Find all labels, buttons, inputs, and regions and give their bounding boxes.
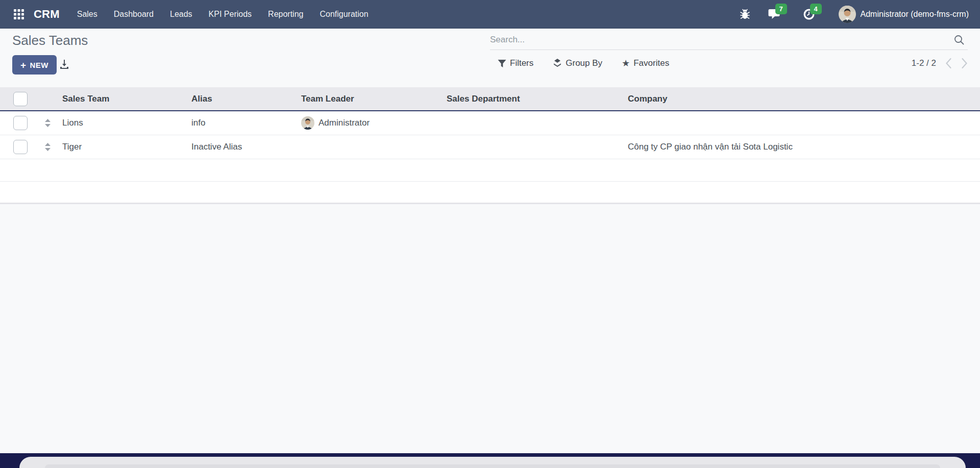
messages-badge: 7 — [775, 4, 787, 14]
cell-alias: Inactive Alias — [189, 142, 299, 152]
row-checkbox[interactable] — [13, 140, 28, 154]
activities-clock-icon[interactable]: 4 — [803, 8, 815, 20]
menu-item-kpi-periods[interactable]: KPI Periods — [209, 10, 252, 19]
group-by-label: Group By — [566, 58, 602, 68]
menu-item-reporting[interactable]: Reporting — [268, 10, 303, 19]
menu-item-dashboard[interactable]: Dashboard — [114, 10, 154, 19]
activities-badge: 4 — [810, 4, 822, 14]
user-avatar[interactable] — [839, 6, 856, 23]
pager-range: 1-2 / 2 — [912, 58, 936, 68]
drag-handle-icon[interactable] — [36, 119, 60, 127]
row-checkbox[interactable] — [13, 116, 28, 130]
sales-teams-list: Sales Team Alias Team Leader Sales Depar… — [0, 87, 980, 204]
navbar-right: 7 4 Administrator (demo-fms-crm) — [740, 6, 969, 23]
app-brand[interactable]: CRM — [34, 8, 60, 21]
filters-button[interactable]: Filters — [498, 58, 533, 68]
cell-alias: info — [189, 118, 299, 128]
debug-bug-icon[interactable] — [740, 9, 750, 19]
table-row[interactable]: Tiger Inactive Alias Công ty CP giao nhậ… — [0, 135, 980, 159]
cell-company: Công ty CP giao nhận vận tải Sota Logist… — [625, 142, 980, 152]
main-menu: Sales Dashboard Leads KPI Periods Report… — [77, 10, 369, 19]
table-row[interactable]: Lions info Administrator — [0, 111, 980, 135]
pager-previous-icon[interactable] — [945, 58, 952, 69]
pager: 1-2 / 2 — [912, 51, 968, 76]
cell-sales-team: Tiger — [60, 142, 189, 152]
bottom-inner-band — [45, 464, 940, 468]
team-leader-name: Administrator — [318, 118, 370, 128]
plus-icon: + — [20, 60, 27, 70]
favorites-label: Favorites — [633, 58, 669, 68]
favorites-button[interactable]: ★ Favorites — [622, 58, 669, 68]
drag-handle-icon[interactable] — [36, 143, 60, 151]
column-header-team-leader[interactable]: Team Leader — [299, 94, 444, 104]
control-panel-toolbar: + NEW Filters Group By ★ Favorites — [0, 51, 980, 76]
new-button-label: NEW — [30, 61, 48, 69]
search-input[interactable] — [490, 35, 953, 45]
user-menu-label[interactable]: Administrator (demo-fms-crm) — [861, 10, 969, 19]
select-all-checkbox[interactable] — [13, 92, 28, 106]
apps-grid-icon[interactable] — [12, 8, 26, 21]
page-title: Sales Teams — [12, 33, 88, 48]
search-box — [490, 30, 968, 50]
navbar-left: CRM Sales Dashboard Leads KPI Periods Re… — [12, 8, 369, 21]
empty-list-row — [0, 159, 980, 182]
empty-list-row — [0, 182, 980, 204]
column-header-company[interactable]: Company — [625, 94, 980, 104]
filter-funnel-icon — [498, 59, 506, 68]
new-button[interactable]: + NEW — [12, 55, 57, 75]
star-icon: ★ — [622, 59, 630, 68]
control-panel-top: Sales Teams — [0, 29, 980, 51]
cell-team-leader: Administrator — [299, 116, 444, 130]
layers-icon — [553, 59, 562, 68]
column-header-sales-department[interactable]: Sales Department — [444, 94, 625, 104]
column-header-sales-team[interactable]: Sales Team — [60, 94, 189, 104]
export-download-icon[interactable] — [59, 59, 69, 69]
search-options: Filters Group By ★ Favorites — [498, 51, 669, 76]
menu-item-configuration[interactable]: Configuration — [320, 10, 368, 19]
pager-next-icon[interactable] — [961, 58, 968, 69]
column-header-alias[interactable]: Alias — [189, 94, 299, 104]
filters-label: Filters — [510, 58, 533, 68]
top-navbar: CRM Sales Dashboard Leads KPI Periods Re… — [0, 0, 980, 29]
search-icon[interactable] — [953, 34, 965, 45]
messages-icon[interactable]: 7 — [768, 8, 781, 20]
team-leader-avatar — [301, 116, 314, 130]
menu-item-sales[interactable]: Sales — [77, 10, 97, 19]
cell-sales-team: Lions — [60, 118, 189, 128]
menu-item-leads[interactable]: Leads — [170, 10, 192, 19]
group-by-button[interactable]: Group By — [553, 58, 602, 68]
table-header-row: Sales Team Alias Team Leader Sales Depar… — [0, 87, 980, 111]
